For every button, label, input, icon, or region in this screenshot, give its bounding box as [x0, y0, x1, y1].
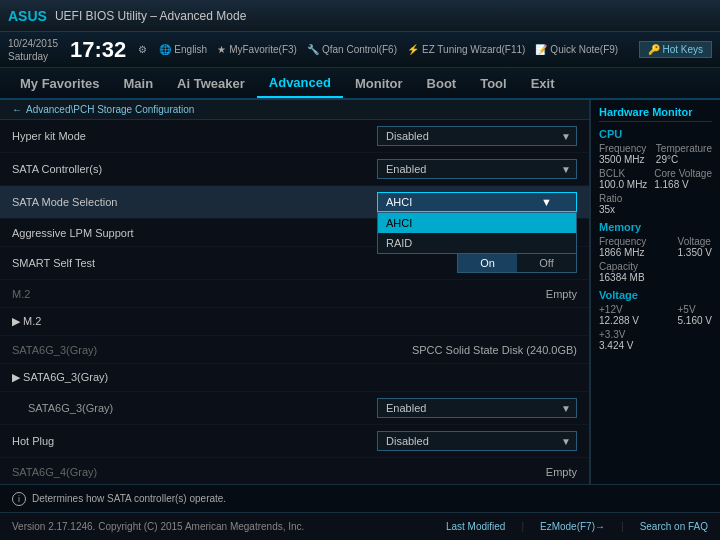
- hw-mem-volt-label: Voltage: [678, 236, 712, 247]
- search-faq-button[interactable]: Search on FAQ: [640, 521, 708, 532]
- hyper-kit-row: Hyper kit Mode Disabled ▼: [0, 120, 589, 153]
- sata6g3-info-value: SPCC Solid State Disk (240.0GB): [412, 344, 577, 356]
- nav-my-favorites[interactable]: My Favorites: [8, 68, 111, 98]
- hw-cpu-freq-value: 3500 MHz: [599, 154, 646, 165]
- left-panel: ← Advanced\PCH Storage Configuration Hyp…: [0, 100, 590, 484]
- hw-voltage-title: Voltage: [599, 289, 712, 301]
- nav-boot[interactable]: Boot: [415, 68, 469, 98]
- hw-ratio-label: Ratio: [599, 193, 622, 204]
- quicknote-item[interactable]: 📝 Quick Note(F9): [535, 44, 618, 55]
- sata6g3-dd-row: SATA6G_3(Gray) Enabled ▼: [0, 392, 589, 425]
- hw-cpu-bclk-row: BCLK 100.0 MHz Core Voltage 1.168 V: [599, 168, 712, 190]
- hw-5v-label: +5V: [678, 304, 712, 315]
- bios-title: UEFI BIOS Utility – Advanced Mode: [55, 9, 246, 23]
- footer-version: Version 2.17.1246. Copyright (C) 2015 Am…: [12, 521, 304, 532]
- hw-mem-freq-label: Frequency: [599, 236, 646, 247]
- hw-mem-cap-label: Capacity: [599, 261, 645, 272]
- hw-mem-cap-value: 16384 MB: [599, 272, 645, 283]
- hw-33v-value: 3.424 V: [599, 340, 633, 351]
- nav-advanced[interactable]: Advanced: [257, 68, 343, 98]
- m2-empty-label: M.2: [12, 288, 546, 300]
- footer-right: Last Modified | EzMode(F7)→ | Search on …: [446, 521, 708, 532]
- sata-mode-arrow-icon: ▼: [541, 196, 552, 208]
- info-text: Determines how SATA controller(s) operat…: [32, 493, 226, 504]
- sata6g3-dd-wrapper: Enabled ▼: [377, 398, 577, 418]
- hw-memory-title: Memory: [599, 221, 712, 233]
- hw-volt-33-row: +3.3V 3.424 V: [599, 329, 712, 351]
- myfavorite-item[interactable]: ★ MyFavorite(F3): [217, 44, 297, 55]
- hotplug-label: Hot Plug: [12, 435, 377, 447]
- sata6g3-info-row: SATA6G_3(Gray) SPCC Solid State Disk (24…: [0, 336, 589, 364]
- hw-bclk-value: 100.0 MHz: [599, 179, 647, 190]
- gear-icon[interactable]: ⚙: [138, 44, 147, 55]
- nav-main[interactable]: Main: [111, 68, 165, 98]
- hotplug-dropdown-wrapper: Disabled ▼: [377, 431, 577, 451]
- back-arrow-icon[interactable]: ←: [12, 104, 22, 115]
- asus-logo: ASUS: [8, 8, 47, 24]
- hw-monitor-title: Hardware Monitor: [599, 106, 712, 122]
- settings-list: Hyper kit Mode Disabled ▼ SATA Controlle…: [0, 120, 589, 484]
- sata6g4-label: SATA6G_4(Gray): [12, 466, 546, 478]
- hw-cpu-freq-row: Frequency 3500 MHz Temperature 29°C: [599, 143, 712, 165]
- hw-33v-label: +3.3V: [599, 329, 633, 340]
- hw-mem-volt-value: 1.350 V: [678, 247, 712, 258]
- eztuning-item[interactable]: ⚡ EZ Tuning Wizard(F11): [407, 44, 525, 55]
- hw-cpu-ratio-row: Ratio 35x: [599, 193, 712, 215]
- toggle-off-button[interactable]: Off: [517, 254, 576, 272]
- ezmode-button[interactable]: EzMode(F7)→: [540, 521, 605, 532]
- time-display: 17:32: [70, 37, 126, 63]
- sata-mode-row: SATA Mode Selection AHCI ▼ AHCI RAID: [0, 186, 589, 219]
- hw-cpu-freq-label: Frequency: [599, 143, 646, 154]
- hot-keys-button[interactable]: 🔑 Hot Keys: [639, 41, 712, 58]
- sata6g4-row: SATA6G_4(Gray) Empty: [0, 458, 589, 484]
- hw-cpu-title: CPU: [599, 128, 712, 140]
- sata6g3-dd-label: SATA6G_3(Gray): [12, 402, 377, 414]
- footer-bar: Version 2.17.1246. Copyright (C) 2015 Am…: [0, 512, 720, 540]
- sata-mode-selected[interactable]: AHCI ▼: [377, 192, 577, 212]
- m2-group-row[interactable]: ▶ M.2: [0, 308, 589, 336]
- breadcrumb-text: Advanced\PCH Storage Configuration: [26, 104, 194, 115]
- sata6g4-value: Empty: [546, 466, 577, 478]
- nav-exit[interactable]: Exit: [519, 68, 567, 98]
- hyper-kit-dropdown[interactable]: Disabled: [377, 126, 577, 146]
- qfan-item[interactable]: 🔧 Qfan Control(F6): [307, 44, 397, 55]
- hotplug-row: Hot Plug Disabled ▼: [0, 425, 589, 458]
- sata-ctrl-dropdown-wrapper: Enabled ▼: [377, 159, 577, 179]
- main-area: ← Advanced\PCH Storage Configuration Hyp…: [0, 100, 720, 484]
- sata-mode-option-ahci[interactable]: AHCI: [378, 213, 576, 233]
- smart-toggle-group: On Off: [457, 253, 577, 273]
- m2-group-label: ▶ M.2: [12, 315, 577, 328]
- hw-mem-freq-row: Frequency 1866 MHz Voltage 1.350 V: [599, 236, 712, 258]
- sata-mode-menu: AHCI RAID: [377, 212, 577, 254]
- language-item[interactable]: 🌐 English: [159, 44, 207, 55]
- sata6g3-dropdown[interactable]: Enabled: [377, 398, 577, 418]
- hw-corevolt-value: 1.168 V: [654, 179, 712, 190]
- nav-ai-tweaker[interactable]: Ai Tweaker: [165, 68, 257, 98]
- hw-5v-value: 5.160 V: [678, 315, 712, 326]
- hw-cpu-temp-label: Temperature: [656, 143, 712, 154]
- sata-mode-dropdown-open: AHCI ▼ AHCI RAID: [377, 192, 577, 212]
- nav-tool[interactable]: Tool: [468, 68, 518, 98]
- sata6g3-info-label: SATA6G_3(Gray): [12, 344, 412, 356]
- sata-ctrl-dropdown[interactable]: Enabled: [377, 159, 577, 179]
- hw-bclk-label: BCLK: [599, 168, 647, 179]
- toggle-on-button[interactable]: On: [458, 254, 517, 272]
- hw-12v-label: +12V: [599, 304, 639, 315]
- sata6g3-group-row[interactable]: ▶ SATA6G_3(Gray): [0, 364, 589, 392]
- nav-monitor[interactable]: Monitor: [343, 68, 415, 98]
- sata-mode-value: AHCI: [386, 196, 412, 208]
- date-block: 10/24/2015 Saturday: [8, 37, 58, 63]
- info-icon: i: [12, 492, 26, 506]
- toolbar-items: 🌐 English ★ MyFavorite(F3) 🔧 Qfan Contro…: [159, 44, 618, 55]
- sata-mode-option-raid[interactable]: RAID: [378, 233, 576, 253]
- hyper-kit-dropdown-wrapper: Disabled ▼: [377, 126, 577, 146]
- footer-divider-2: |: [621, 521, 624, 532]
- sata-mode-label: SATA Mode Selection: [12, 196, 377, 208]
- last-modified-button[interactable]: Last Modified: [446, 521, 505, 532]
- top-bar: ASUS UEFI BIOS Utility – Advanced Mode: [0, 0, 720, 32]
- m2-empty-row: M.2 Empty: [0, 280, 589, 308]
- hotplug-dropdown[interactable]: Disabled: [377, 431, 577, 451]
- sata-ctrl-label: SATA Controller(s): [12, 163, 377, 175]
- hw-mem-freq-value: 1866 MHz: [599, 247, 646, 258]
- hw-corevolt-label: Core Voltage: [654, 168, 712, 179]
